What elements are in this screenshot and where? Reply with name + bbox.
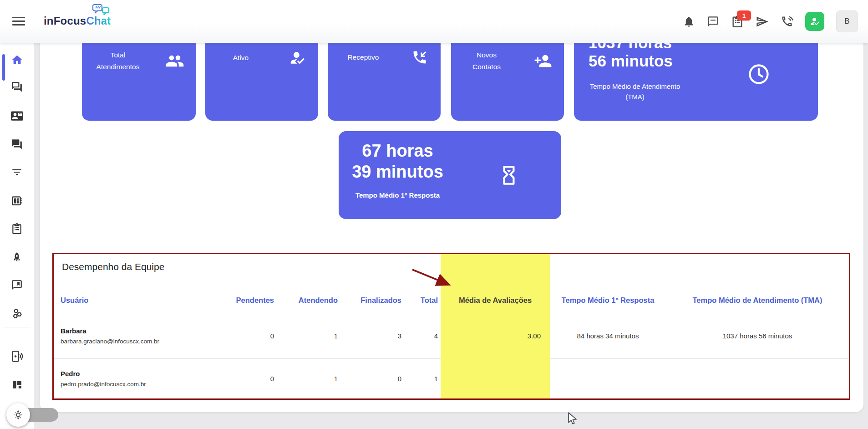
finalizados-cell: 3 [340, 332, 404, 340]
home-icon [11, 54, 23, 66]
card-value-block: 67 horas 39 minutos Tempo Médio 1º Respo… [339, 131, 457, 219]
atendendo-cell: 1 [277, 375, 340, 383]
table-row: Barbara barbara.graciano@infocuscx.com.b… [54, 313, 849, 358]
column-pendentes: Pendentes [193, 296, 277, 305]
dashboard-icon [11, 379, 23, 390]
user-cell: Pedro pedro.prado@infocuscx.com.br [61, 370, 193, 388]
people-icon [154, 51, 196, 71]
mouse-cursor [567, 412, 579, 427]
card-label: TotalAtendimentos [82, 49, 154, 73]
tempo-resposta-cell: 84 horas 34 minutos [550, 332, 666, 340]
tasks-clipboard-icon[interactable]: 1 [731, 15, 744, 28]
card-label: Ativo [205, 52, 276, 64]
notification-badge: 1 [737, 10, 751, 20]
column-tma: Tempo Médio de Atendimento (TMA) [666, 296, 849, 305]
table-row: Pedro pedro.prado@infocuscx.com.br 0 1 0… [54, 358, 849, 398]
card-label: NovosContatos [451, 49, 522, 73]
chats-icon [11, 138, 23, 150]
media-cell: 3.00 [441, 332, 550, 340]
user-cell: Barbara barbara.graciano@infocuscx.com.b… [61, 327, 193, 345]
bell-icon[interactable] [683, 15, 695, 28]
user-name: Pedro [61, 370, 193, 378]
send-icon[interactable] [756, 15, 769, 28]
call-received-icon [399, 49, 441, 66]
sidebar-divider [4, 327, 30, 327]
sidebar-item-chats[interactable] [0, 134, 34, 154]
column-usuario: Usuário [61, 296, 193, 305]
sidebar-item-conversations[interactable] [0, 77, 34, 97]
header-actions: 1 B [683, 0, 858, 43]
sidebar-item-integrations[interactable] [0, 303, 34, 323]
atendendo-cell: 1 [277, 332, 340, 340]
user-email: barbara.graciano@infocuscx.com.br [61, 338, 193, 345]
card-label: Tempo Médio de Atendimento(TMA) [589, 81, 700, 102]
column-tempo-resposta: Tempo Médio 1º Resposta [550, 296, 666, 305]
card-label: Tempo Médio 1º Resposta [339, 191, 457, 199]
brightness-icon[interactable] [6, 403, 30, 427]
theme-toggle[interactable] [6, 403, 66, 427]
sidebar-item-filters[interactable] [0, 162, 34, 182]
pendentes-cell: 0 [193, 332, 277, 340]
column-media-avaliacoes: Média de Avaliações [441, 296, 550, 305]
column-atendendo: Atendendo [277, 296, 340, 305]
quick-replies-icon [11, 279, 23, 291]
pendentes-cell: 0 [193, 375, 277, 383]
hamburger-menu-button[interactable] [12, 17, 26, 27]
person-add-icon [522, 52, 564, 70]
app-logo[interactable]: inFocusChat [44, 15, 111, 27]
table-header-row: Usuário Pendentes Atendendo Finalizados … [54, 287, 849, 313]
tma-cell: 1037 horas 56 minutos [666, 332, 849, 340]
user-name: Barbara [61, 327, 193, 335]
hourglass-icon [457, 131, 561, 219]
logo-bubbles-icon [88, 4, 112, 19]
sidebar-item-home[interactable] [0, 50, 34, 70]
sidebar-item-tasks[interactable] [0, 219, 34, 239]
agent-status-button[interactable] [805, 12, 824, 31]
top-header: inFocusChat 1 B [0, 0, 868, 43]
total-cell: 4 [404, 332, 441, 340]
user-email: pedro.prado@infocuscx.com.br [61, 381, 193, 388]
chat-icon[interactable] [707, 15, 719, 28]
phone-icon[interactable] [781, 15, 793, 28]
card-label: Receptivo [328, 51, 399, 63]
sidebar-item-quick-replies[interactable] [0, 275, 34, 295]
board-icon [11, 195, 23, 207]
sidebar-item-board[interactable] [0, 191, 34, 211]
person-check-icon [276, 49, 318, 66]
conversations-icon [11, 81, 23, 93]
sidebar-item-campaigns[interactable] [0, 247, 34, 267]
logo-text-primary: inFocus [44, 15, 86, 27]
filter-icon [11, 166, 23, 178]
mobile-ring-icon [11, 350, 23, 363]
column-finalizados: Finalizados [340, 296, 404, 305]
team-performance-table: Desempenho da Equipe Usuário Pendentes A… [52, 253, 850, 400]
rocket-icon [11, 251, 23, 263]
total-cell: 1 [404, 375, 441, 383]
contacts-icon [11, 110, 23, 122]
finalizados-cell: 0 [340, 375, 404, 383]
column-total: Total [404, 296, 441, 305]
integrations-icon [11, 307, 23, 320]
sidebar [0, 43, 34, 429]
tasks-clipboard-icon [11, 223, 23, 235]
person-check-icon [809, 16, 820, 27]
sidebar-item-mobile-connection[interactable] [0, 346, 34, 366]
card-tempo-primeira-resposta: 67 horas 39 minutos Tempo Médio 1º Respo… [339, 131, 561, 219]
sidebar-item-contacts[interactable] [0, 106, 34, 126]
sidebar-item-dashboard[interactable] [0, 374, 34, 394]
avatar[interactable]: B [836, 10, 858, 32]
table-title: Desempenho da Equipe [62, 261, 164, 272]
